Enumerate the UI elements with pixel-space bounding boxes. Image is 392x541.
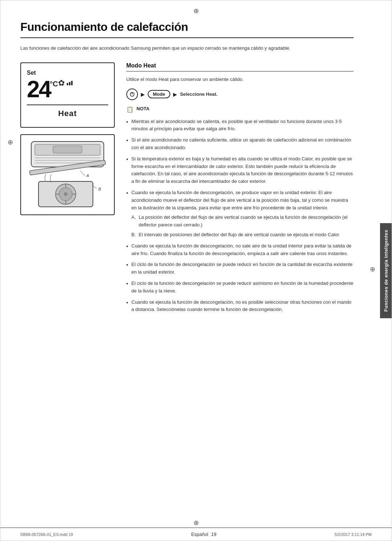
reg-mark-bottom: ⊕: [193, 519, 199, 527]
page-content: Funcionamiento de calefacción Las funcio…: [0, 0, 392, 339]
temperature-display: Set 24 °C ✿: [20, 62, 115, 128]
set-label: Set: [27, 70, 36, 76]
fan-icon: ✿: [58, 78, 65, 88]
reg-mark-left: ⊕: [8, 138, 13, 146]
list-item: Cuando se ejecuta la función de desconge…: [126, 189, 354, 239]
section-title: Modo Heat: [126, 62, 354, 71]
nota-box: 📋 NOTA: [126, 106, 354, 113]
section-intro: Utilice el modo Heat para conservar un a…: [126, 76, 354, 83]
footer-filename: DB68-06728A-01_ES.indd 19: [20, 532, 73, 537]
arrow-icon-2: ▶: [173, 91, 177, 97]
ac-svg: A B: [24, 138, 111, 210]
instruction-text: Seleccione Heat.: [180, 91, 217, 97]
page-title: Funcionamiento de calefacción: [20, 20, 354, 34]
reg-mark-right: ⊕: [370, 265, 375, 273]
power-button-icon: [126, 89, 138, 100]
list-item: Si la temperatura exterior es baja y la …: [126, 155, 354, 185]
footer-center: Español 19: [191, 532, 216, 537]
footer-lang: Español: [191, 532, 208, 537]
footer-page: 19: [211, 532, 216, 537]
svg-rect-5: [53, 146, 82, 153]
list-item: El ciclo de la función de descongelación…: [126, 280, 354, 295]
bar-indicator: [67, 81, 73, 85]
temperature-unit: °C: [50, 80, 58, 88]
two-col-layout: Set 24 °C ✿: [20, 62, 354, 317]
mode-instruction: ▶ Mode ▶ Seleccione Heat.: [126, 89, 354, 100]
svg-text:B: B: [98, 187, 101, 191]
display-divider: [27, 104, 108, 105]
mode-button: Mode: [148, 90, 170, 98]
list-item: Cuando se ejecuta la función de desconge…: [126, 299, 354, 314]
sub-label-a: A.: [131, 214, 136, 221]
list-item: Cuando se ejecuta la función de desconge…: [126, 242, 354, 258]
sub-list: A. La posición del deflector del flujo d…: [131, 214, 354, 238]
footer-date: 5/2/2017 3:11:14 PM: [335, 532, 372, 537]
page-footer: DB68-06728A-01_ES.indd 19 Español 19 5/2…: [0, 528, 392, 541]
mode-label: Heat: [27, 109, 108, 118]
arrow-icon-1: ▶: [141, 91, 145, 97]
list-item: Mientras el aire acondicionado se calien…: [126, 118, 354, 133]
list-item: Si el aire acondicionado no calienta suf…: [126, 136, 354, 152]
bullet-list: Mientras el aire acondicionado se calien…: [126, 118, 354, 314]
power-svg: [129, 91, 135, 97]
page: ⊕ ⊕ Funciones de energía inteligentes Fu…: [0, 0, 392, 541]
svg-point-10: [64, 192, 68, 196]
sub-list-item-b: B. El intervalo de posiciones del deflec…: [131, 231, 354, 239]
side-tab: Funciones de energía inteligentes: [380, 223, 392, 318]
svg-line-17: [80, 171, 85, 176]
reg-mark-top: ⊕: [193, 7, 199, 15]
title-divider: [20, 37, 354, 38]
intro-text: Las funciones de calefacción del aire ac…: [20, 45, 332, 52]
svg-text:A: A: [86, 173, 89, 178]
list-item: El ciclo de la función de descongelación…: [126, 261, 354, 276]
ac-illustration: A B: [20, 134, 115, 215]
nota-label: NOTA: [136, 106, 150, 111]
temperature-value: 24: [27, 78, 50, 101]
mode-icons: ✿: [58, 78, 73, 88]
set-row: Set: [27, 70, 108, 76]
right-column: Modo Heat Utilice el modo Heat para cons…: [126, 62, 354, 317]
temp-row: 24 °C ✿: [27, 78, 108, 101]
left-column: Set 24 °C ✿: [20, 62, 115, 215]
sub-list-item-a: A. La posición del deflector del flujo d…: [131, 214, 354, 229]
nota-icon: 📋: [126, 106, 134, 113]
sub-label-b: B.: [131, 231, 136, 239]
